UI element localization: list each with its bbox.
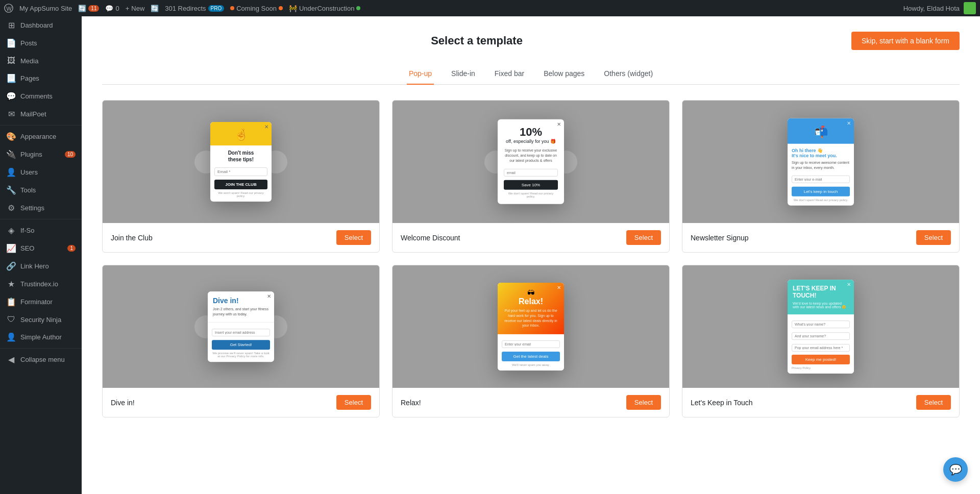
popup-keep-in-touch: ✕ LET'S KEEP IN TOUCH! We'd love to keep… <box>788 280 854 374</box>
template-footer-dive-in: Dive in! Select <box>103 388 379 417</box>
template-preview-dive-in: ✕ Dive in! Join 2 others, and start your… <box>103 265 379 388</box>
divein-email-input[interactable] <box>212 329 270 336</box>
relax-email-input[interactable] <box>502 340 560 348</box>
template-grid: ✕ 🤞 Don't missthese tips! JOIN THE CLUB … <box>102 100 960 417</box>
sidebar-item-appearance[interactable]: 🎨 Appearance <box>0 128 82 145</box>
dashboard-icon: ⊞ <box>6 20 16 30</box>
template-preview-join-the-club: ✕ 🤞 Don't missthese tips! JOIN THE CLUB … <box>103 101 379 223</box>
select-welcome-discount-button[interactable]: Select <box>626 230 661 245</box>
forminator-icon: 📋 <box>6 297 16 307</box>
sidebar-item-comments[interactable]: 💬 Comments <box>0 87 82 105</box>
newsletter-email-input[interactable] <box>792 175 850 183</box>
sidebar-item-plugins[interactable]: 🔌 Plugins 10 <box>0 145 82 163</box>
template-preview-welcome-discount: ✕ 10% off, especially for you 🎁 Sign up … <box>393 101 669 223</box>
updates-icon[interactable]: 🔄 11 <box>78 5 99 12</box>
tab-fixed-bar[interactable]: Fixed bar <box>493 65 526 85</box>
sidebar-item-pages[interactable]: 📃 Pages <box>0 69 82 87</box>
user-greeting[interactable]: Howdy, Eldad Hota <box>903 5 960 12</box>
pages-icon: 📃 <box>6 73 16 83</box>
relax-submit-button[interactable]: Get the latest deals <box>502 352 560 361</box>
sidebar: ⊞ Dashboard 📄 Posts 🖼 Media 📃 Pages 💬 Co… <box>0 16 82 494</box>
chat-button[interactable]: 💬 <box>943 457 968 482</box>
tools-icon: 🔧 <box>6 185 16 195</box>
site-name[interactable]: My AppSumo Site <box>19 5 72 12</box>
sidebar-item-forminator[interactable]: 📋 Forminator <box>0 293 82 311</box>
sidebar-item-tools[interactable]: 🔧 Tools <box>0 181 82 199</box>
page-title: Select a template <box>431 34 523 47</box>
template-preview-relax: ✕ 🕶 Relax! Put your feet up and let us d… <box>393 265 669 388</box>
plugin-coming-soon[interactable]: Coming Soon <box>230 5 283 12</box>
sidebar-item-dashboard[interactable]: ⊞ Dashboard <box>0 16 82 34</box>
simple-author-icon: 👤 <box>6 332 16 342</box>
tab-others[interactable]: Others (widget) <box>602 65 655 85</box>
divein-submit-button[interactable]: Get Started! <box>212 340 270 350</box>
popup-welcome-discount: ✕ 10% off, especially for you 🎁 Sign up … <box>498 119 564 204</box>
sidebar-collapse-menu[interactable]: ◀ Collapse menu <box>0 351 82 368</box>
svg-text:W: W <box>7 6 12 12</box>
popup-newsletter-signup: ✕ 📬 Oh hi there 👋It's nice to meet you. … <box>788 118 854 206</box>
newsletter-submit-button[interactable]: Let's keep in touch <box>792 186 850 196</box>
mailpoet-icon: ✉ <box>6 109 16 119</box>
sync-icon[interactable]: 🔄 <box>151 5 159 12</box>
touch-name-input[interactable] <box>792 320 850 328</box>
template-footer-newsletter-signup: Newsletter Signup Select <box>682 223 959 252</box>
sidebar-item-link-hero[interactable]: 🔗 Link Hero <box>0 257 82 275</box>
select-join-the-club-button[interactable]: Select <box>336 230 371 245</box>
skip-blank-form-button[interactable]: Skip, start with a blank form <box>851 32 960 50</box>
sidebar-item-security-ninja[interactable]: 🛡 Security Ninja <box>0 311 82 328</box>
template-tabs: Pop-up Slide-in Fixed bar Below pages Ot… <box>102 65 960 85</box>
comments-nav-icon: 💬 <box>6 91 16 101</box>
comments-icon[interactable]: 💬 0 <box>105 5 119 12</box>
template-name-dive-in: Dive in! <box>111 399 135 407</box>
security-ninja-icon: 🛡 <box>6 315 16 324</box>
template-footer-relax: Relax! Select <box>393 388 669 417</box>
collapse-icon: ◀ <box>6 355 16 364</box>
sidebar-item-seo[interactable]: 📈 SEO 1 <box>0 239 82 257</box>
media-icon: 🖼 <box>6 56 16 65</box>
join-email-input[interactable] <box>214 167 267 176</box>
touch-submit-button[interactable]: Keep me posted! <box>792 355 850 364</box>
template-preview-keep-in-touch: ✕ LET'S KEEP IN TOUCH! We'd love to keep… <box>682 265 959 388</box>
select-keep-in-touch-button[interactable]: Select <box>916 395 951 410</box>
tab-below-pages[interactable]: Below pages <box>542 65 586 85</box>
join-submit-button[interactable]: JOIN THE CLUB <box>214 180 267 189</box>
link-hero-icon: 🔗 <box>6 261 16 271</box>
touch-surname-input[interactable] <box>792 332 850 340</box>
sidebar-item-simple-author[interactable]: 👤 Simple Author <box>0 328 82 346</box>
select-relax-button[interactable]: Select <box>626 395 661 410</box>
template-footer-welcome-discount: Welcome Discount Select <box>393 223 669 252</box>
touch-email-input[interactable] <box>792 344 850 352</box>
seo-icon: 📈 <box>6 243 16 253</box>
wp-logo-icon[interactable]: W <box>4 4 13 13</box>
page-header: Select a template Skip, start with a bla… <box>102 32 960 50</box>
select-dive-in-button[interactable]: Select <box>336 395 371 410</box>
plugin-301-redirects[interactable]: 301 Redirects PRO <box>165 5 224 12</box>
plugin-underconstruction[interactable]: 🚧 UnderConstruction <box>289 5 360 12</box>
admin-bar: W My AppSumo Site 🔄 11 💬 0 + New 🔄 301 R… <box>0 0 980 16</box>
sidebar-item-users[interactable]: 👤 Users <box>0 163 82 181</box>
posts-icon: 📄 <box>6 38 16 48</box>
template-footer-join-the-club: Join the Club Select <box>103 223 379 252</box>
template-name-welcome-discount: Welcome Discount <box>401 234 460 242</box>
template-name-keep-in-touch: Let's Keep in Touch <box>691 399 753 407</box>
template-name-newsletter-signup: Newsletter Signup <box>691 234 749 242</box>
template-card-relax: ✕ 🕶 Relax! Put your feet up and let us d… <box>392 265 670 417</box>
main-content: Select a template Skip, start with a bla… <box>82 16 980 494</box>
template-card-welcome-discount: ✕ 10% off, especially for you 🎁 Sign up … <box>392 100 670 253</box>
sidebar-item-posts[interactable]: 📄 Posts <box>0 34 82 52</box>
template-card-join-the-club: ✕ 🤞 Don't missthese tips! JOIN THE CLUB … <box>102 100 380 253</box>
discount-submit-button[interactable]: Save 10% <box>504 180 558 190</box>
tab-slide-in[interactable]: Slide-in <box>449 65 477 85</box>
sidebar-item-media[interactable]: 🖼 Media <box>0 52 82 69</box>
sidebar-item-trustindex[interactable]: ★ Trustindex.io <box>0 275 82 293</box>
tab-popup[interactable]: Pop-up <box>407 65 434 85</box>
select-newsletter-signup-button[interactable]: Select <box>916 230 951 245</box>
sidebar-item-if-so[interactable]: ◈ If-So <box>0 221 82 239</box>
new-button[interactable]: + New <box>126 5 145 12</box>
sidebar-item-mailpoet[interactable]: ✉ MailPoet <box>0 105 82 123</box>
sidebar-item-settings[interactable]: ⚙ Settings <box>0 199 82 217</box>
template-card-dive-in: ✕ Dive in! Join 2 others, and start your… <box>102 265 380 417</box>
discount-email-input[interactable] <box>504 169 558 177</box>
template-footer-keep-in-touch: Let's Keep in Touch Select <box>682 388 959 417</box>
settings-icon: ⚙ <box>6 203 16 213</box>
